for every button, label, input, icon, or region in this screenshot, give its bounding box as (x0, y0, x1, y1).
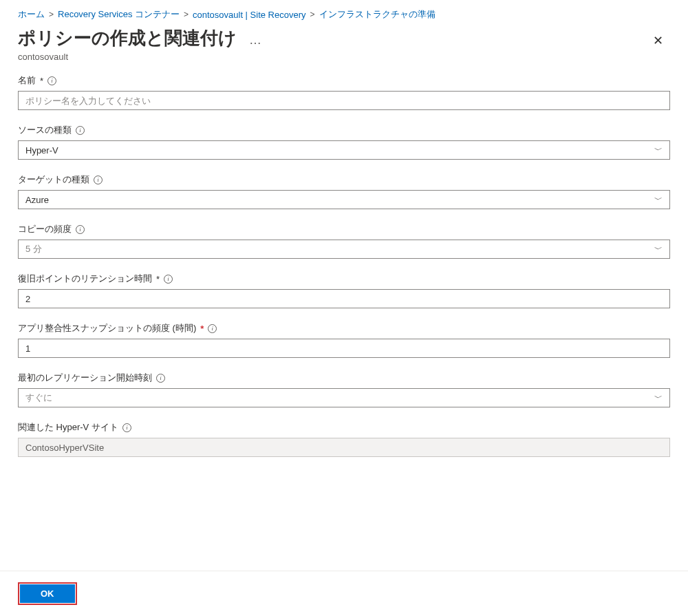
retention-label: 復旧ポイントのリテンション時間 (18, 273, 152, 285)
app-snapshot-label: アプリ整合性スナップショットの頻度 (時間) (18, 322, 196, 334)
chevron-right-icon: > (184, 10, 189, 19)
start-time-select[interactable]: すぐに ﹀ (18, 388, 670, 407)
ok-highlight: OK (18, 582, 77, 605)
info-icon[interactable]: i (164, 275, 173, 284)
start-time-value: すぐに (25, 392, 52, 404)
field-app-snapshot: アプリ整合性スナップショットの頻度 (時間) * i (18, 322, 670, 358)
field-hyperv-site: 関連した Hyper-V サイト i (18, 421, 670, 457)
breadcrumb-prep[interactable]: インフラストラクチャの準備 (319, 8, 436, 21)
chevron-right-icon: > (49, 10, 54, 19)
page-subtitle: contosovault (18, 52, 261, 62)
source-type-value: Hyper-V (25, 145, 58, 156)
info-icon[interactable]: i (76, 126, 85, 135)
footer: OK (0, 571, 688, 616)
info-icon[interactable]: i (94, 176, 103, 184)
target-type-select[interactable]: Azure ﹀ (18, 190, 670, 209)
copy-frequency-value: 5 分 (25, 243, 42, 255)
retention-input[interactable] (18, 289, 670, 308)
breadcrumb-vault[interactable]: contosovault | Site Recovery (193, 10, 306, 20)
field-source-type: ソースの種類 i Hyper-V ﹀ (18, 124, 670, 160)
field-retention: 復旧ポイントのリテンション時間 * i (18, 273, 670, 308)
required-mark-red: * (200, 323, 204, 334)
page-title: ポリシーの作成と関連付け (18, 26, 237, 50)
chevron-down-icon: ﹀ (654, 145, 663, 156)
breadcrumb: ホーム > Recovery Services コンテナー > contosov… (0, 0, 688, 26)
target-type-value: Azure (25, 195, 49, 205)
required-mark: * (156, 274, 160, 284)
start-time-label: 最初のレプリケーション開始時刻 (18, 372, 152, 384)
field-copy-frequency: コピーの頻度 i 5 分 ﹀ (18, 223, 670, 259)
field-target-type: ターゲットの種類 i Azure ﹀ (18, 173, 670, 209)
name-input[interactable] (18, 91, 670, 110)
target-type-label: ターゲットの種類 (18, 173, 89, 186)
close-button[interactable]: ✕ (646, 26, 670, 55)
app-snapshot-input[interactable] (18, 339, 670, 358)
field-name: 名前 * i (18, 74, 670, 110)
copy-frequency-label: コピーの頻度 (18, 223, 72, 235)
info-icon[interactable]: i (122, 423, 131, 432)
info-icon[interactable]: i (47, 76, 56, 85)
field-start-time: 最初のレプリケーション開始時刻 i すぐに ﹀ (18, 372, 670, 407)
chevron-right-icon: > (310, 10, 315, 19)
hyperv-site-label: 関連した Hyper-V サイト (18, 421, 118, 434)
chevron-down-icon: ﹀ (654, 244, 663, 255)
name-label: 名前 (18, 74, 36, 87)
breadcrumb-home[interactable]: ホーム (18, 8, 45, 21)
source-type-select[interactable]: Hyper-V ﹀ (18, 140, 670, 160)
chevron-down-icon: ﹀ (654, 392, 663, 404)
required-mark: * (40, 76, 43, 86)
more-icon[interactable]: … (249, 29, 261, 47)
chevron-down-icon: ﹀ (654, 194, 663, 206)
policy-form: 名前 * i ソースの種類 i Hyper-V ﹀ ターゲットの種類 i Azu… (0, 62, 688, 478)
page-header: ポリシーの作成と関連付け … contosovault ✕ (0, 26, 688, 62)
breadcrumb-vaults[interactable]: Recovery Services コンテナー (58, 8, 180, 21)
ok-button[interactable]: OK (20, 584, 75, 603)
title-block: ポリシーの作成と関連付け … contosovault (18, 26, 261, 62)
info-icon[interactable]: i (156, 374, 165, 383)
info-icon[interactable]: i (208, 324, 217, 333)
copy-frequency-select[interactable]: 5 分 ﹀ (18, 240, 670, 259)
source-type-label: ソースの種類 (18, 124, 72, 136)
info-icon[interactable]: i (76, 225, 85, 234)
hyperv-site-input (18, 438, 670, 457)
